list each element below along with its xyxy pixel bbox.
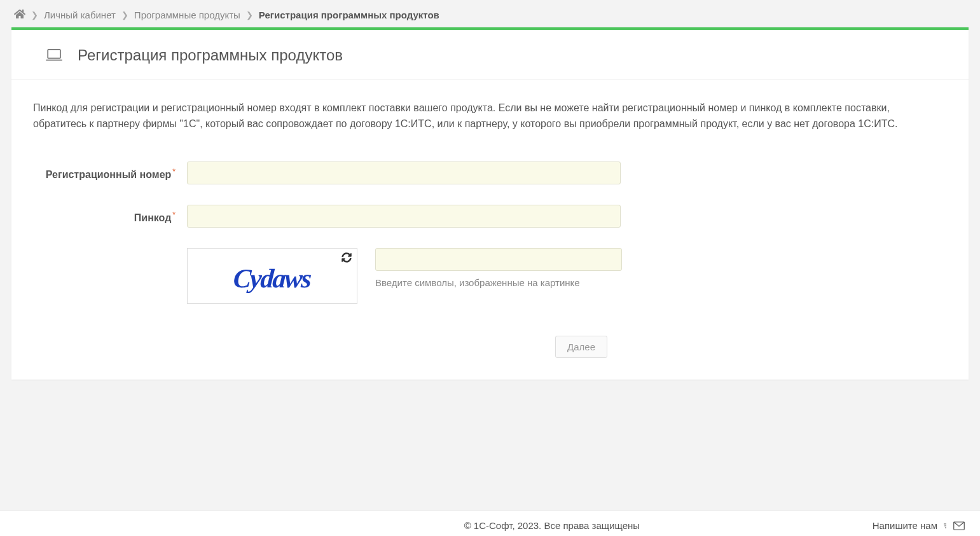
footer-contact-text: Напишите нам <box>873 520 937 531</box>
required-mark: * <box>172 210 176 219</box>
label-pincode-text: Пинкод <box>134 212 172 223</box>
breadcrumb: ❯ Личный кабинет ❯ Программные продукты … <box>0 0 980 27</box>
button-row: Далее <box>33 336 944 358</box>
chevron-right-icon: ❯ <box>31 10 38 20</box>
footer-copyright: © 1С-Софт, 2023. Все права защищены <box>15 520 873 531</box>
chevron-right-icon: ❯ <box>121 10 128 20</box>
home-icon <box>14 9 25 19</box>
chevron-right-icon: ❯ <box>246 10 253 20</box>
captcha-text: Cydaws <box>233 263 312 294</box>
laptop-icon <box>45 48 64 63</box>
breadcrumb-current: Регистрация программных продуктов <box>259 10 439 20</box>
breadcrumb-home[interactable] <box>14 9 25 21</box>
captcha-right: Введите символы, изображенные на картинк… <box>375 248 622 288</box>
main-panel: Регистрация программных продуктов Пинкод… <box>11 27 969 380</box>
next-button[interactable]: Далее <box>555 336 607 358</box>
panel-header: Регистрация программных продуктов <box>11 30 969 80</box>
footer: © 1С-Софт, 2023. Все права защищены Напи… <box>0 511 980 536</box>
footer-contact-link[interactable]: Напишите нам <box>873 520 965 531</box>
pincode-input[interactable] <box>187 205 621 228</box>
captcha-image: Cydaws <box>187 248 357 304</box>
captcha-row: Cydaws Введите символы, изображенные на … <box>187 248 944 304</box>
form-row-regnumber: Регистрационный номер* <box>33 161 944 184</box>
panel-body: Пинкод для регистрации и регистрационный… <box>11 80 969 380</box>
captcha-hint: Введите символы, изображенные на картинк… <box>375 277 622 288</box>
mail-send-icon <box>942 521 965 530</box>
intro-text: Пинкод для регистрации и регистрационный… <box>33 100 944 132</box>
svg-rect-0 <box>48 50 60 58</box>
page-title: Регистрация программных продуктов <box>78 46 343 64</box>
label-pincode: Пинкод* <box>33 205 187 225</box>
required-mark: * <box>172 167 176 176</box>
breadcrumb-link-products[interactable]: Программные продукты <box>134 10 240 20</box>
regnumber-input[interactable] <box>187 161 621 184</box>
form-row-pincode: Пинкод* <box>33 205 944 228</box>
captcha-input[interactable] <box>375 248 622 271</box>
label-regnumber-text: Регистрационный номер <box>46 169 172 180</box>
breadcrumb-link-cabinet[interactable]: Личный кабинет <box>44 10 116 20</box>
refresh-icon[interactable] <box>342 252 352 265</box>
label-regnumber: Регистрационный номер* <box>33 161 187 182</box>
